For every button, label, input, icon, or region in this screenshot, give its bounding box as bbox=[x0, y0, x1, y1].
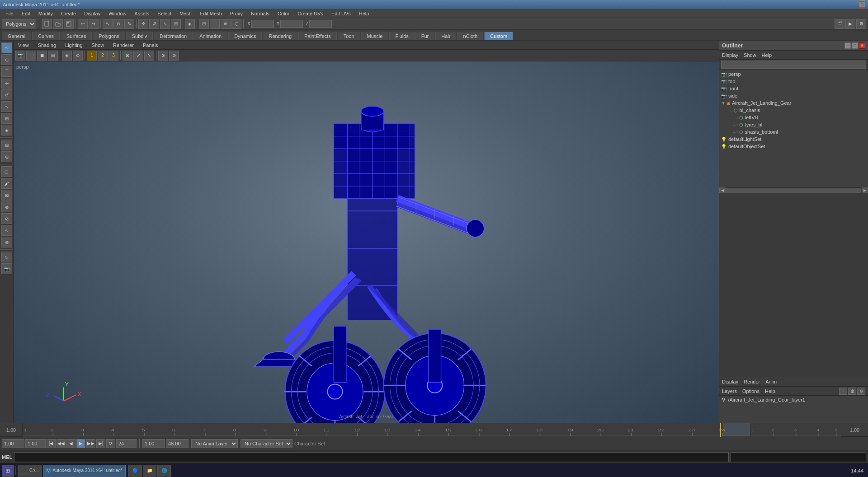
tab-fluids[interactable]: Fluids bbox=[389, 32, 414, 40]
shaded-btn[interactable]: ◼ bbox=[37, 51, 47, 61]
wire-on-shaded-btn[interactable]: ◈ bbox=[62, 51, 72, 61]
open-scene-btn[interactable] bbox=[53, 19, 63, 29]
render-settings-btn[interactable]: ⚙ bbox=[856, 19, 866, 29]
menu-mesh[interactable]: Mesh bbox=[176, 10, 195, 17]
y-input[interactable] bbox=[280, 20, 303, 28]
tab-subdiv[interactable]: Subdiv bbox=[126, 32, 153, 40]
menu-normals[interactable]: Normals bbox=[247, 10, 273, 17]
jump-end-btn[interactable]: ▶| bbox=[96, 439, 105, 448]
menu-display[interactable]: Display bbox=[80, 10, 104, 17]
menu-create-uvs[interactable]: Create UVs bbox=[294, 10, 327, 17]
current-frame-input[interactable] bbox=[2, 439, 24, 448]
tab-curves[interactable]: Curves bbox=[32, 32, 60, 40]
universal-tool[interactable]: ⊞ bbox=[1, 113, 12, 124]
pan-zoom-btn[interactable]: ⊗ bbox=[158, 51, 168, 61]
select-tool[interactable]: ↖ bbox=[1, 42, 12, 53]
outliner-tab-display[interactable]: Display bbox=[722, 52, 738, 58]
layer-new-btn[interactable]: + bbox=[839, 388, 847, 395]
frame-all-btn[interactable]: ⤢ bbox=[133, 51, 143, 61]
high-quality-btn[interactable]: 3 bbox=[108, 51, 118, 61]
scale-tool-btn[interactable]: ⤡ bbox=[160, 19, 170, 29]
menu-window[interactable]: Window bbox=[105, 10, 130, 17]
snap-curve-btn[interactable]: ⌒ bbox=[210, 19, 220, 29]
layer-row-1[interactable]: V /Aircraft_Jet_Landing_Gear_layer1 bbox=[719, 396, 868, 404]
tab-hair[interactable]: Hair bbox=[435, 32, 456, 40]
cluster-tool[interactable]: ⊠ bbox=[1, 190, 12, 201]
tree-item-aircraft[interactable]: ▼ ⊞ Aircraft_Jet_Landing_Gear bbox=[719, 99, 868, 107]
outliner-scroll-right-btn[interactable]: ▶ bbox=[862, 187, 868, 194]
tree-item-top[interactable]: 📷 top bbox=[719, 78, 868, 85]
new-scene-btn[interactable] bbox=[42, 19, 52, 29]
soft-mod-tool[interactable]: ◈ bbox=[1, 125, 12, 136]
menu-create[interactable]: Create bbox=[57, 10, 80, 17]
render-tool[interactable]: ▷ bbox=[1, 252, 12, 262]
outliner-tab-show[interactable]: Show bbox=[744, 52, 756, 58]
timeline-right-ruler[interactable]: 1 2 3 4 5 bbox=[750, 423, 841, 437]
taskbar-app-maya[interactable]: M Autodesk Maya 2011 x64: untitled* bbox=[43, 465, 126, 477]
soft-select-btn[interactable]: ◈ bbox=[185, 19, 195, 29]
polygon-mode-select[interactable]: Polygons Surfaces Curves bbox=[2, 19, 36, 28]
snap-point-btn[interactable]: ⊕ bbox=[221, 19, 231, 29]
layer-options-btn[interactable]: ⚙ bbox=[857, 388, 865, 395]
tab-toon[interactable]: Toon bbox=[338, 32, 360, 40]
tab-general[interactable]: General bbox=[2, 32, 31, 40]
layer-subtab-layers[interactable]: Layers bbox=[722, 388, 737, 394]
layer-delete-btn[interactable]: 🗑 bbox=[848, 388, 856, 395]
play-fwd-btn[interactable]: ▶ bbox=[76, 439, 85, 448]
tree-item-shasis[interactable]: –○ ⬡ shasis_bottoml bbox=[719, 128, 868, 136]
menu-help[interactable]: Help bbox=[355, 10, 373, 17]
wireframe-btn[interactable]: ⬚ bbox=[26, 51, 36, 61]
move-tool[interactable]: ✛ bbox=[1, 78, 12, 89]
outliner-min-btn[interactable]: – bbox=[844, 42, 851, 49]
viewport-menu-renderer[interactable]: Renderer bbox=[110, 42, 137, 49]
low-quality-btn[interactable]: 1 bbox=[87, 51, 97, 61]
viewport-menu-view[interactable]: View bbox=[15, 42, 32, 49]
menu-select[interactable]: Select bbox=[154, 10, 175, 17]
loop-btn[interactable]: ⟳ bbox=[106, 439, 115, 448]
custom-tool1[interactable]: ⊕ bbox=[1, 151, 12, 162]
menu-edit-mesh[interactable]: Edit Mesh bbox=[196, 10, 226, 17]
stereo-cam-btn[interactable]: ⊘ bbox=[169, 51, 179, 61]
menu-assets[interactable]: Assets bbox=[131, 10, 153, 17]
menu-proxy[interactable]: Proxy bbox=[226, 10, 246, 17]
paint-tool-btn[interactable]: ✎ bbox=[124, 19, 134, 29]
layer-tab-render[interactable]: Render bbox=[744, 379, 760, 384]
z-input[interactable] bbox=[309, 20, 332, 28]
layer-tab-anim[interactable]: Anim bbox=[765, 379, 777, 384]
anim-start-input[interactable] bbox=[142, 439, 165, 448]
anim-layer-select[interactable]: No Anim Layer bbox=[191, 439, 238, 448]
render-btn[interactable]: 🎬 bbox=[835, 19, 844, 29]
select-tool-btn[interactable]: ↖ bbox=[103, 19, 113, 29]
med-quality-btn[interactable]: 2 bbox=[98, 51, 108, 61]
viewport-3d[interactable]: X Y Z persp Aircraft_Jet_Landing_Gear bbox=[14, 61, 719, 423]
tab-dynamics[interactable]: Dynamics bbox=[228, 32, 262, 40]
ipr-render-btn[interactable]: ▶ bbox=[845, 19, 855, 29]
layer-subtab-help[interactable]: Help bbox=[765, 388, 775, 394]
tab-polygons[interactable]: Polygons bbox=[93, 32, 125, 40]
camera-persp-btn[interactable]: 📷 bbox=[15, 51, 25, 61]
isolate-select-btn[interactable]: ⊠ bbox=[123, 51, 132, 61]
lattice-tool[interactable]: ⬡ bbox=[1, 166, 12, 177]
camera-tool[interactable]: 📷 bbox=[1, 263, 12, 274]
tree-item-objset[interactable]: 💡 defaultObjectSet bbox=[719, 143, 868, 150]
layer-subtab-options[interactable]: Options bbox=[742, 388, 760, 394]
tree-item-blchasis[interactable]: –○ ⬡ bl_chasis bbox=[719, 107, 868, 114]
mel-input[interactable] bbox=[14, 452, 729, 462]
outliner-close-btn[interactable]: ✕ bbox=[859, 42, 865, 49]
tree-item-side[interactable]: 📷 side bbox=[719, 92, 868, 99]
tab-fur[interactable]: Fur bbox=[415, 32, 435, 40]
timeline-ruler[interactable]: 1 2 3 4 5 6 7 8 9 bbox=[23, 423, 750, 437]
save-scene-btn[interactable] bbox=[64, 19, 74, 29]
redo-btn[interactable]: ↪ bbox=[89, 19, 99, 29]
outliner-scrollbar-track[interactable] bbox=[726, 188, 861, 193]
snap-view-btn[interactable]: ⬡ bbox=[231, 19, 241, 29]
frame-selected-btn[interactable]: ⤣ bbox=[144, 51, 154, 61]
layer-tab-display[interactable]: Display bbox=[722, 379, 738, 384]
curve-tool[interactable]: ∿ bbox=[1, 225, 12, 236]
menu-edit[interactable]: Edit bbox=[18, 10, 34, 17]
undo-btn[interactable]: ↩ bbox=[78, 19, 88, 29]
tree-item-front[interactable]: 📷 front bbox=[719, 85, 868, 92]
viewport-menu-show[interactable]: Show bbox=[89, 42, 107, 49]
snap-grid-btn[interactable]: ⊟ bbox=[199, 19, 209, 29]
taskbar-app-cmd[interactable]: ⬛ C:\... bbox=[18, 465, 42, 477]
